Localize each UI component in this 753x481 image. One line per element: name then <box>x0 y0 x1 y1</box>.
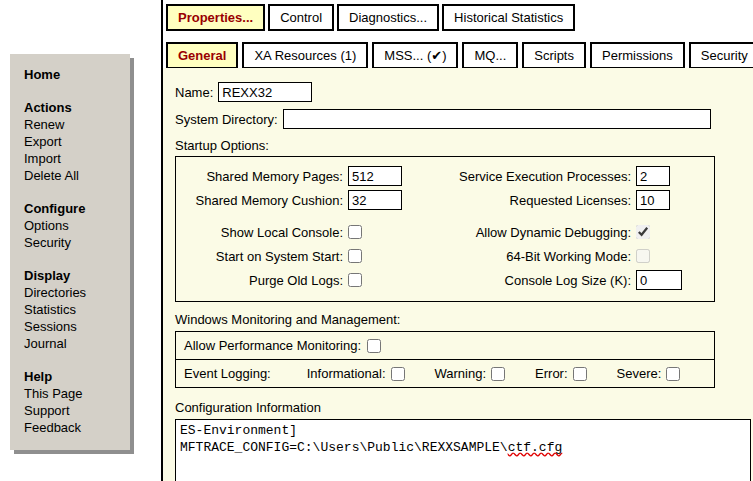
show-local-console-checkbox[interactable] <box>348 225 362 239</box>
tab-historical-statistics[interactable]: Historical Statistics <box>442 4 575 31</box>
primary-tab-bar: Properties... Control Diagnostics... His… <box>166 4 575 31</box>
event-severe-label: Severe: <box>617 366 662 381</box>
startup-options-group: Shared Memory Pages: Service Execution P… <box>175 156 715 302</box>
system-directory-input[interactable] <box>283 109 711 129</box>
allow-performance-monitoring-label: Allow Performance Monitoring: <box>184 338 361 353</box>
sidebar-item-delete-all[interactable]: Delete All <box>24 167 124 184</box>
tab-general[interactable]: General <box>166 42 238 69</box>
general-properties-panel: Name: System Directory: Startup Options:… <box>163 68 753 481</box>
sidebar-item-options[interactable]: Options <box>24 217 124 234</box>
sidebar-item-statistics[interactable]: Statistics <box>24 301 124 318</box>
config-line1: ES-Environment] <box>180 423 297 438</box>
tab-mss[interactable]: MSS... (✔) <box>372 42 458 69</box>
sidebar-item-directories[interactable]: Directories <box>24 284 124 301</box>
startup-options-label: Startup Options: <box>175 138 753 153</box>
shared-memory-pages-input[interactable] <box>348 166 402 186</box>
shared-memory-pages-label: Shared Memory Pages: <box>176 169 348 184</box>
tab-control[interactable]: Control <box>268 4 334 31</box>
system-directory-label: System Directory: <box>175 112 278 127</box>
console-log-size-input[interactable] <box>636 270 682 290</box>
sidebar-item-renew[interactable]: Renew <box>24 116 124 133</box>
allow-dynamic-debugging-checkbox[interactable] <box>636 225 650 239</box>
start-on-system-start-label: Start on System Start: <box>176 249 348 264</box>
name-label: Name: <box>175 85 213 100</box>
allow-dynamic-debugging-label: Allow Dynamic Debugging: <box>458 225 636 240</box>
sidebar-section-help: Help <box>24 368 124 385</box>
event-informational-checkbox[interactable] <box>391 367 405 381</box>
requested-licenses-input[interactable] <box>636 190 670 210</box>
start-on-system-start-checkbox[interactable] <box>348 249 362 263</box>
show-local-console-label: Show Local Console: <box>176 225 348 240</box>
event-warning-checkbox[interactable] <box>491 367 505 381</box>
tab-scripts[interactable]: Scripts <box>522 42 586 69</box>
windows-monitoring-group: Allow Performance Monitoring: Event Logg… <box>175 331 715 388</box>
sidebar-item-sessions[interactable]: Sessions <box>24 318 124 335</box>
event-informational-label: Informational: <box>307 366 386 381</box>
shared-memory-cushion-input[interactable] <box>348 190 402 210</box>
configuration-information-heading: Configuration Information <box>175 400 753 415</box>
sidebar-item-this-page[interactable]: This Page <box>24 385 124 402</box>
event-logging-label: Event Logging: <box>184 366 271 381</box>
tab-xa-resources[interactable]: XA Resources (1) <box>242 42 368 69</box>
config-line2-flagged: ctf.cfg <box>508 440 563 455</box>
64bit-working-mode-checkbox <box>636 249 650 263</box>
event-error-label: Error: <box>535 366 568 381</box>
requested-licenses-label: Requested Licenses: <box>458 193 636 208</box>
secondary-tab-bar: General XA Resources (1) MSS... (✔) MQ..… <box>166 42 753 69</box>
service-execution-processes-input[interactable] <box>636 166 670 186</box>
tab-mq[interactable]: MQ... <box>462 42 518 69</box>
event-severe-checkbox[interactable] <box>666 367 680 381</box>
service-execution-processes-label: Service Execution Processes: <box>458 169 636 184</box>
console-log-size-label: Console Log Size (K): <box>458 273 636 288</box>
64bit-working-mode-label: 64-Bit Working Mode: <box>458 249 636 264</box>
sidebar-item-export[interactable]: Export <box>24 133 124 150</box>
purge-old-logs-label: Purge Old Logs: <box>176 273 348 288</box>
sidebar: Home Actions Renew Export Import Delete … <box>10 54 130 450</box>
sidebar-item-security[interactable]: Security <box>24 234 124 251</box>
tab-properties[interactable]: Properties... <box>166 4 265 31</box>
allow-performance-monitoring-checkbox[interactable] <box>367 339 381 353</box>
name-input[interactable] <box>218 82 312 102</box>
sidebar-item-home[interactable]: Home <box>24 66 124 83</box>
tab-security[interactable]: Security <box>689 42 753 69</box>
sidebar-section-display: Display <box>24 267 124 284</box>
sidebar-section-actions: Actions <box>24 99 124 116</box>
sidebar-item-journal[interactable]: Journal <box>24 335 124 352</box>
configuration-information-textarea[interactable]: ES-Environment] MFTRACE_CONFIG=C:\Users\… <box>175 419 751 481</box>
admin-console: Home Actions Renew Export Import Delete … <box>0 0 753 481</box>
sidebar-section-configure: Configure <box>24 200 124 217</box>
windows-monitoring-heading: Windows Monitoring and Management: <box>175 312 753 327</box>
sidebar-item-feedback[interactable]: Feedback <box>24 419 124 436</box>
event-error-checkbox[interactable] <box>573 367 587 381</box>
purge-old-logs-checkbox[interactable] <box>348 273 362 287</box>
config-line2-prefix: MFTRACE_CONFIG=C:\Users\Public\REXXSAMPL… <box>180 440 508 455</box>
event-warning-label: Warning: <box>435 366 487 381</box>
sidebar-item-import[interactable]: Import <box>24 150 124 167</box>
tab-permissions[interactable]: Permissions <box>590 42 685 69</box>
tab-diagnostics[interactable]: Diagnostics... <box>337 4 439 31</box>
sidebar-item-support[interactable]: Support <box>24 402 124 419</box>
shared-memory-cushion-label: Shared Memory Cushion: <box>176 193 348 208</box>
